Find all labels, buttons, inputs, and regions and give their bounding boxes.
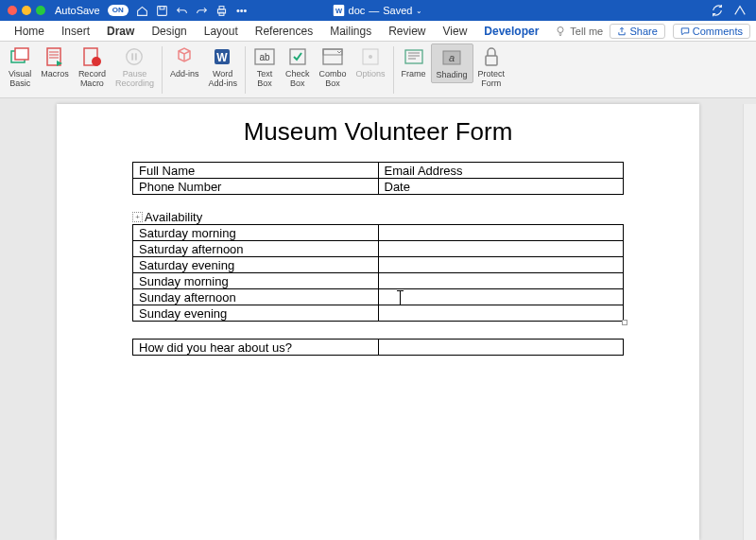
tab-review[interactable]: Review [380,21,434,41]
frame-button[interactable]: Frame [397,44,431,81]
table-move-handle-icon[interactable]: + [132,212,143,222]
avail-cell[interactable]: Saturday morning [133,225,379,241]
vertical-scrollbar[interactable] [743,104,756,540]
svg-text:a: a [449,52,455,63]
menu-tabs: Home Insert Draw Design Layout Reference… [0,21,756,42]
minimize-window-button[interactable] [22,6,31,15]
addins-button[interactable]: Add-ins [165,44,204,81]
phone-cell[interactable]: Phone Number [133,179,379,195]
svg-rect-16 [135,53,137,60]
contact-table[interactable]: Full Name Email Address Phone Number Dat… [132,162,624,195]
print-icon[interactable] [215,4,229,17]
full-name-cell[interactable]: Full Name [133,163,379,179]
tab-view[interactable]: View [435,21,476,41]
chevron-down-icon[interactable]: ⌄ [416,7,422,15]
avail-cell[interactable]: Sunday afternoon [133,289,379,305]
avail-cell[interactable]: Sunday morning [133,273,379,289]
tab-references[interactable]: References [247,21,321,41]
avail-cell[interactable]: Sunday evening [133,305,379,322]
ribbon-separator [162,46,163,94]
visual-basic-button[interactable]: Visual Basic [4,44,36,91]
undo-icon[interactable] [176,4,189,17]
visual-basic-icon [9,45,31,68]
text-box-button[interactable]: ab Text Box [249,44,281,91]
shading-button[interactable]: a Shading [431,44,473,83]
document-page[interactable]: Museum Volunteer Form Full Name Email Ad… [57,104,699,540]
svg-rect-3 [219,6,224,9]
avail-value-cell[interactable] [378,273,624,289]
avail-cell[interactable]: Saturday afternoon [133,241,379,257]
table-row: Sunday evening [133,305,624,322]
window-controls [0,6,45,15]
svg-rect-22 [323,49,342,64]
lock-icon [480,45,503,68]
word-addins-button[interactable]: W Word Add-ins [203,44,242,91]
tab-home[interactable]: Home [6,21,53,41]
avail-value-cell[interactable] [378,305,624,322]
shading-icon: a [440,46,463,69]
tab-mailings[interactable]: Mailings [321,21,380,41]
svg-rect-15 [132,53,134,60]
svg-rect-9 [15,48,28,60]
record-macro-button[interactable]: Record Macro [74,44,111,91]
frame-icon [403,45,425,68]
tab-layout[interactable]: Layout [196,21,247,41]
svg-point-7 [558,26,563,32]
tab-draw[interactable]: Draw [98,21,143,41]
redo-icon[interactable] [196,4,209,17]
table-row: Sunday morning [133,273,624,289]
save-icon[interactable] [156,4,169,17]
comments-button[interactable]: Comments [673,24,750,39]
email-cell[interactable]: Email Address [378,163,624,179]
avail-value-cell[interactable] [378,257,624,273]
combo-box-button[interactable]: Combo Box [314,44,351,91]
table-row: Full Name Email Address [133,163,624,179]
page-title[interactable]: Museum Volunteer Form [89,117,667,147]
protect-form-button[interactable]: Protect Form [473,44,510,91]
table-resize-handle[interactable] [622,320,627,325]
how-hear-value-cell[interactable] [378,340,624,356]
table-row: How did you hear about us? [133,340,624,356]
ribbon-developer: Visual Basic Macros Record Macro Pause R… [0,42,756,98]
svg-rect-0 [158,6,167,15]
how-hear-cell[interactable]: How did you hear about us? [133,340,379,356]
macros-button[interactable]: Macros [36,44,74,81]
tab-developer[interactable]: Developer [475,21,547,41]
addins-icon [173,45,196,68]
macros-icon [43,45,66,68]
date-cell[interactable]: Date [378,179,624,195]
document-title: W doc — Saved ⌄ [334,5,423,16]
avail-cell[interactable]: Saturday evening [133,257,379,273]
options-icon [359,45,382,68]
window-titlebar: AutoSave ON ••• W doc — Saved ⌄ [0,0,756,21]
options-button: Options [351,44,389,81]
how-hear-table[interactable]: How did you hear about us? [132,339,624,356]
tab-design[interactable]: Design [143,21,195,41]
autosave-toggle[interactable]: ON [108,5,129,16]
close-window-button[interactable] [8,6,17,15]
ribbon-separator [245,46,246,94]
tell-me-search[interactable]: Tell me [555,26,603,37]
home-icon[interactable] [136,4,149,17]
zoom-window-button[interactable] [36,6,45,15]
pause-recording-button: Pause Recording [111,44,159,91]
availability-header[interactable]: + Availability [132,210,624,224]
more-icon[interactable]: ••• [235,4,249,17]
sync-icon[interactable] [711,4,724,17]
svg-text:W: W [216,51,228,64]
comment-icon [680,26,690,36]
ribbon-separator [393,46,394,94]
check-box-icon [286,45,309,68]
availability-table[interactable]: Saturday morning Saturday afternoon Satu… [132,224,624,322]
document-area[interactable]: Museum Volunteer Form Full Name Email Ad… [0,98,756,540]
avail-value-cell[interactable] [378,241,624,257]
check-box-button[interactable]: Check Box [281,44,315,91]
tab-insert[interactable]: Insert [53,21,98,41]
avail-value-cell[interactable] [378,289,624,305]
avail-value-cell[interactable] [378,225,624,241]
share-button[interactable]: Share [610,24,664,39]
svg-rect-4 [219,12,224,15]
pause-icon [123,45,146,68]
ribbon-toggle-icon[interactable] [733,4,747,17]
text-cursor [400,290,401,305]
